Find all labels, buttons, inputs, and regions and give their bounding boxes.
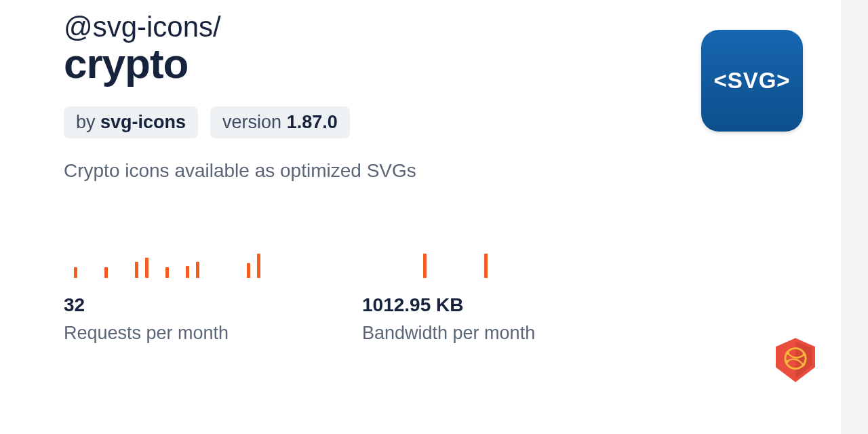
spark-bar: [74, 267, 77, 278]
sidebar-edge: [841, 0, 868, 434]
svg-point-2: [802, 353, 806, 357]
author-name: svg-icons: [100, 112, 186, 132]
author-badge[interactable]: by svg-icons: [64, 106, 198, 138]
package-description: Crypto icons available as optimized SVGs: [64, 160, 628, 182]
spark-bar: [247, 263, 250, 278]
bandwidth-sparkline: [362, 250, 559, 278]
spark-bar: [145, 258, 149, 278]
jsdelivr-shield-icon: [776, 338, 815, 382]
spark-bar: [186, 266, 189, 278]
spark-bar: [165, 267, 169, 278]
spark-bar: [423, 254, 427, 278]
spark-bar: [104, 267, 108, 278]
requests-label: Requests per month: [64, 323, 260, 344]
version-value: 1.87.0: [287, 112, 338, 132]
spark-bar: [196, 262, 199, 278]
bandwidth-label: Bandwidth per month: [362, 323, 559, 344]
spark-bar: [135, 262, 138, 278]
svg-logo-badge: <SVG>: [701, 30, 803, 132]
package-name: crypto: [64, 39, 628, 87]
spark-bar: [484, 254, 488, 278]
badges-row: by svg-icons version 1.87.0: [64, 106, 628, 138]
stats-row: 32 Requests per month 1012.95 KB Bandwid…: [64, 250, 628, 344]
spark-bar: [257, 254, 260, 278]
svg-point-1: [786, 351, 789, 355]
svg-point-3: [785, 360, 789, 363]
author-prefix: by: [76, 112, 100, 132]
bandwidth-value: 1012.95 KB: [362, 294, 559, 316]
package-card: @svg-icons/ crypto by svg-icons version …: [0, 0, 692, 344]
svg-point-4: [802, 363, 805, 367]
bandwidth-stat: 1012.95 KB Bandwidth per month: [362, 250, 559, 344]
requests-sparkline: [64, 250, 260, 278]
requests-stat: 32 Requests per month: [64, 250, 260, 344]
version-badge[interactable]: version 1.87.0: [210, 106, 350, 138]
svg-logo-text: <SVG>: [713, 68, 790, 94]
requests-value: 32: [64, 294, 260, 316]
version-prefix: version: [222, 112, 287, 132]
package-scope: @svg-icons/: [64, 11, 628, 43]
